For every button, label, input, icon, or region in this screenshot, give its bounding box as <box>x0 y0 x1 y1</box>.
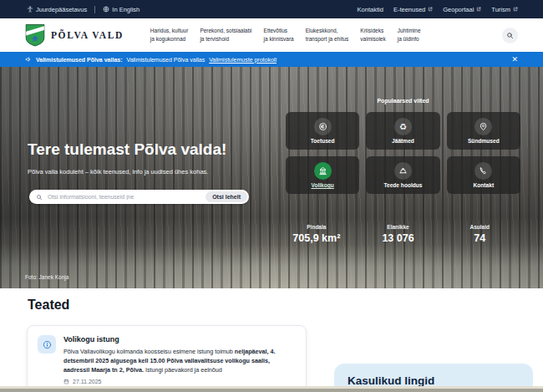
nav-item-perekond[interactable]: Perekond, sotsiaalabi ja tervishoid <box>200 27 251 43</box>
external-link-icon <box>513 7 518 12</box>
stat-label: Asulaid <box>439 224 520 230</box>
nav-item-ettevotlus[interactable]: Ettevõtlus ja kinnisvara <box>264 27 294 43</box>
language-label: In English <box>112 6 140 13</box>
phone-icon <box>474 162 492 180</box>
nav-item-kriisideks[interactable]: Kriisideks valmisolek <box>360 27 385 43</box>
popular-links-grid: Toetused ♻ Jäätmed Sündmused Volikogu Te… <box>286 112 520 194</box>
site-header: PÕLVA VALD Haridus, kultuur ja kogukonna… <box>0 18 543 52</box>
notice-date: 27.11.2025 <box>73 379 102 384</box>
tile-label: Toetused <box>311 138 335 144</box>
government-building-icon <box>314 162 332 180</box>
topbar-link-label: Kontaktid <box>358 6 383 13</box>
announcement-icon <box>25 56 32 63</box>
nav-label: Kriisideks <box>360 27 385 35</box>
nav-label: valmisolek <box>360 35 385 43</box>
tile-label: Sündmused <box>468 138 500 144</box>
tile-label: Volikogu <box>311 182 333 188</box>
nav-label: Ettevõtlus <box>264 27 294 35</box>
topbar-link-label: Geoportaal <box>443 6 474 13</box>
info-icon <box>38 335 56 354</box>
hero-search-submit-button[interactable]: Otsi lehelt <box>206 191 247 202</box>
recycle-icon: ♻ <box>394 118 412 135</box>
topbar-link-label: Turism <box>491 6 510 13</box>
tile-sundmused[interactable]: Sündmused <box>447 112 520 150</box>
nav-label: ja üldinfo <box>398 35 421 43</box>
stat-value: 74 <box>439 232 520 244</box>
nav-label: ja kogukonnad <box>150 35 189 43</box>
stat-asulaid: Asulaid 74 <box>439 224 520 244</box>
external-link-icon <box>476 7 481 12</box>
stat-pindala: Pindala 705,9 km² <box>276 224 358 244</box>
hero-section: Tere tulemast Põlva valda! Põlva valla k… <box>0 67 543 288</box>
notice-body-link[interactable]: Istungi päevakord ja eelnõud <box>144 366 222 374</box>
tile-teede-hooldus[interactable]: Teede hooldus <box>366 156 439 194</box>
stat-value: 705,9 km² <box>276 232 358 244</box>
notice-body: Põlva Vallavolikogu kolmanda koosseisu e… <box>63 347 296 374</box>
stat-label: Elanikke <box>358 224 439 230</box>
tile-label: Jäätmed <box>392 138 414 144</box>
nav-item-haridus[interactable]: Haridus, kultuur ja kogukonnad <box>150 27 189 43</box>
nav-label: Perekond, sotsiaalabi <box>200 27 251 35</box>
stat-value: 13 076 <box>358 232 439 244</box>
stat-label: Pindala <box>276 224 358 230</box>
hero-title: Tere tulemast Põlva valda! <box>28 140 226 159</box>
notice-date-row: 27.11.2025 <box>63 379 296 384</box>
notice-title: Volikogu istung <box>63 335 296 344</box>
useful-links-heading: Kasulikud lingid <box>348 374 533 387</box>
nav-label: ja tervishoid <box>200 35 251 43</box>
coat-of-arms-icon <box>25 23 45 47</box>
popular-links-title: Populaarsed viited <box>286 98 520 104</box>
tile-label: Kontakt <box>474 182 495 188</box>
topbar-divider <box>94 6 95 13</box>
tile-label: Teede hooldus <box>383 182 422 188</box>
teated-heading: Teated <box>28 298 69 313</box>
nav-item-elukeskkond[interactable]: Elukeskkond, transport ja ehitus <box>306 27 349 43</box>
header-search-button[interactable] <box>502 28 518 43</box>
nav-label: Haridus, kultuur <box>150 27 189 35</box>
nav-label: transport ja ehitus <box>306 35 349 43</box>
content-section: Teated Volikogu istung Põlva Vallavoliko… <box>0 288 543 386</box>
tile-volikogu[interactable]: Volikogu <box>286 156 359 194</box>
accessibility-link[interactable]: Juurdepääsetavus <box>27 6 87 13</box>
hard-hat-icon <box>394 162 412 180</box>
hero-search-bar: Otsi lehelt <box>29 190 249 204</box>
topbar-link-geoportaal[interactable]: Geoportaal <box>443 6 481 13</box>
topbar-link-kontaktid[interactable]: Kontaktid <box>358 6 383 13</box>
search-icon <box>36 194 43 201</box>
nav-label: Elukeskkond, <box>306 27 349 35</box>
notice-card[interactable]: Volikogu istung Põlva Vallavolikogu kolm… <box>27 325 307 392</box>
main-nav: Haridus, kultuur ja kogukonnad Perekond,… <box>150 27 421 43</box>
location-pin-icon <box>474 118 492 135</box>
tile-jaatmed[interactable]: ♻ Jäätmed <box>366 112 439 150</box>
notice-body-start: Põlva Vallavolikogu kolmanda koosseisu e… <box>63 348 235 355</box>
announcement-link[interactable]: Valimistulemuste protokoll <box>209 57 277 63</box>
municipality-stats: Pindala 705,9 km² Elanikke 13 076 Asulai… <box>276 224 520 244</box>
hero-search-input[interactable] <box>46 193 202 201</box>
nav-item-juhtimine[interactable]: Juhtimine ja üldinfo <box>398 27 421 43</box>
euro-coin-icon <box>314 118 332 135</box>
globe-icon <box>103 6 109 13</box>
topbar-link-turism[interactable]: Turism <box>491 6 518 13</box>
site-logo[interactable]: PÕLVA VALD <box>25 23 124 47</box>
announcement-bold: Valimistulemused Põlva vallas: <box>36 57 123 63</box>
tile-kontakt[interactable]: Kontakt <box>447 156 520 194</box>
announcement-text: Valimistulemused Põlva vallas <box>127 57 206 63</box>
site-name: PÕLVA VALD <box>51 30 124 40</box>
recycle-glyph: ♻ <box>399 123 407 131</box>
topbar-link-eteenused[interactable]: E-teenused <box>393 6 433 13</box>
tile-toetused[interactable]: Toetused <box>286 112 359 150</box>
top-utility-bar: Juurdepääsetavus In English Kontaktid E-… <box>0 0 543 18</box>
calendar-icon <box>63 379 69 384</box>
close-icon[interactable]: ✕ <box>511 56 518 64</box>
topbar-link-label: E-teenused <box>393 6 425 13</box>
photo-credit: Foto: Janek Konja <box>25 274 69 280</box>
search-icon <box>506 32 514 39</box>
language-switch[interactable]: In English <box>103 6 140 13</box>
topbar-links: Kontaktid E-teenused Geoportaal Turism <box>358 6 518 13</box>
screenshot-bottom-edge <box>0 386 543 392</box>
nav-label: ja kinnisvara <box>264 35 294 43</box>
accessibility-icon <box>27 6 33 13</box>
hero-subtitle: Põlva valla koduleht – kõik teenused, in… <box>28 168 208 176</box>
nav-label: Juhtimine <box>398 27 421 35</box>
accessibility-label: Juurdepääsetavus <box>36 6 87 13</box>
